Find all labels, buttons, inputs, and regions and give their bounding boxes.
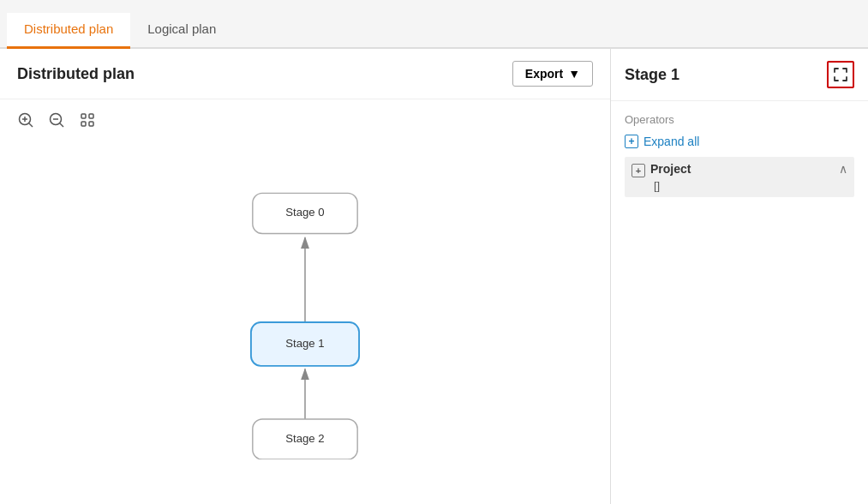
export-dropdown-icon: ▼ bbox=[568, 67, 580, 81]
zoom-in-button[interactable] bbox=[14, 108, 38, 132]
tab-distributed[interactable]: Distributed plan bbox=[7, 13, 130, 49]
tab-logical[interactable]: Logical plan bbox=[130, 13, 233, 49]
fit-screen-button[interactable] bbox=[75, 108, 99, 132]
operators-label: Operators bbox=[625, 113, 854, 126]
svg-rect-10 bbox=[89, 122, 93, 126]
svg-rect-8 bbox=[89, 114, 93, 118]
diagram-svg: Stage 0 Stage 1 Stage 2 bbox=[177, 185, 434, 459]
export-button[interactable]: Export ▼ bbox=[512, 61, 593, 87]
svg-line-6 bbox=[60, 123, 63, 127]
svg-line-3 bbox=[29, 123, 33, 127]
fullscreen-icon bbox=[833, 67, 848, 82]
left-panel-title: Distributed plan bbox=[17, 65, 135, 83]
tab-bar: Distributed plan Logical plan bbox=[0, 0, 868, 49]
fit-screen-icon bbox=[79, 111, 96, 129]
operator-content: Project [] bbox=[650, 162, 834, 192]
zoom-out-button[interactable] bbox=[45, 108, 69, 132]
operator-project-row: + Project [] ∧ bbox=[625, 157, 854, 197]
zoom-in-icon bbox=[17, 111, 34, 129]
operator-collapse-arrow[interactable]: ∧ bbox=[839, 162, 847, 176]
main-content: Distributed plan Export ▼ bbox=[0, 49, 868, 504]
stage0-label: Stage 0 bbox=[285, 206, 324, 219]
operator-value: [] bbox=[654, 179, 834, 192]
right-panel-title: Stage 1 bbox=[625, 66, 679, 84]
expand-all-icon: + bbox=[625, 135, 638, 148]
svg-rect-7 bbox=[81, 114, 86, 118]
fullscreen-button[interactable] bbox=[827, 61, 854, 88]
operators-section: Operators + Expand all + Project [] ∧ bbox=[611, 101, 868, 209]
export-label: Export bbox=[525, 67, 563, 81]
stage2-label: Stage 2 bbox=[285, 432, 324, 445]
stage1-label: Stage 1 bbox=[285, 337, 324, 350]
zoom-out-icon bbox=[48, 111, 65, 129]
diagram-toolbar bbox=[0, 99, 610, 141]
operator-name: Project bbox=[650, 162, 834, 176]
expand-all-label: Expand all bbox=[644, 135, 699, 148]
svg-rect-9 bbox=[81, 122, 86, 126]
diagram-area: Stage 0 Stage 1 Stage 2 bbox=[0, 141, 610, 504]
operator-expand-icon[interactable]: + bbox=[632, 164, 645, 177]
expand-all-row[interactable]: + Expand all bbox=[625, 135, 854, 148]
right-panel-header: Stage 1 bbox=[611, 49, 868, 101]
left-panel-header: Distributed plan Export ▼ bbox=[0, 49, 610, 99]
left-panel: Distributed plan Export ▼ bbox=[0, 49, 611, 504]
right-panel: Stage 1 Operators + Expand all + Project… bbox=[611, 49, 868, 504]
